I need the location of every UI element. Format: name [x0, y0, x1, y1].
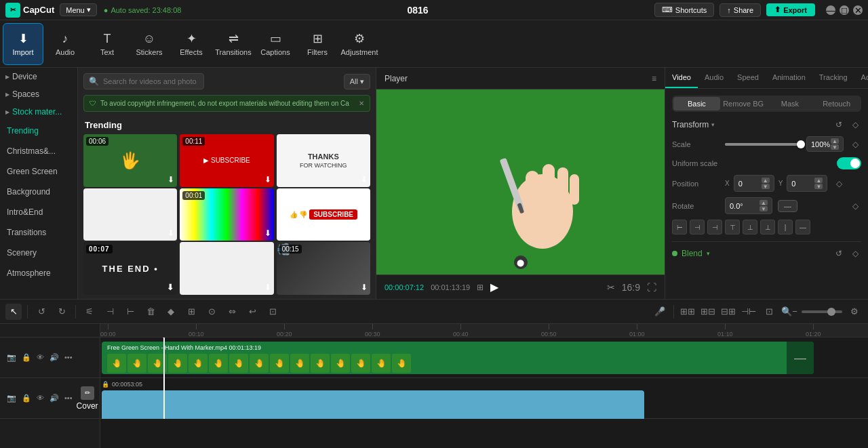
- menu-button[interactable]: Menu ▾: [60, 3, 97, 16]
- media-thumb-6[interactable]: 👍 👎 SUBSCRIBE ⬇: [277, 188, 370, 241]
- speed-tool[interactable]: ⊙: [203, 304, 220, 320]
- sidebar-item-green-screen[interactable]: Green Screen: [0, 161, 77, 182]
- pos-y-stepper[interactable]: ▲ ▼: [814, 178, 823, 189]
- adjustment-tool[interactable]: ⚙ Adjustment: [339, 23, 380, 65]
- track-camera-icon[interactable]: 📷: [5, 352, 18, 363]
- track2-eye-icon[interactable]: 👁: [35, 392, 45, 404]
- rotate-reset-button[interactable]: —: [778, 200, 797, 212]
- search-input[interactable]: [83, 73, 204, 89]
- rotate-down[interactable]: ▼: [760, 206, 768, 211]
- subtab-basic[interactable]: Basic: [673, 97, 720, 110]
- rotate-keyframe-icon[interactable]: ◇: [849, 200, 861, 212]
- crop-icon[interactable]: ✂: [607, 282, 615, 293]
- player-menu-icon[interactable]: ≡: [652, 74, 656, 83]
- media-thumb-2[interactable]: ▶ SUBSCRIBE 00:11 ⬇: [180, 134, 273, 187]
- trim-right-tool[interactable]: ⊢: [122, 304, 138, 320]
- pos-x-up[interactable]: ▲: [762, 178, 770, 183]
- rotate-tool[interactable]: ↩: [244, 304, 260, 320]
- rotate-up[interactable]: ▲: [760, 200, 768, 205]
- track2-camera-icon[interactable]: 📷: [5, 392, 18, 404]
- download-icon-8[interactable]: ⬇: [264, 283, 271, 292]
- minimize-button[interactable]: —: [826, 5, 835, 15]
- track-lock-icon[interactable]: 🔒: [20, 352, 33, 363]
- subtab-remove-bg[interactable]: Remove BG: [720, 97, 767, 110]
- rotate-input[interactable]: 0.0° ▲ ▼: [725, 197, 772, 214]
- fullscreen-icon[interactable]: ⛶: [647, 282, 656, 293]
- playhead[interactable]: [163, 338, 165, 419]
- tab-adj[interactable]: Adj: [854, 68, 868, 88]
- audio-tool[interactable]: ♪ Audio: [45, 23, 85, 65]
- trim-left-tool[interactable]: ⊣: [102, 304, 118, 320]
- position-y-input[interactable]: 0 ▲ ▼: [787, 175, 827, 192]
- blend-keyframe-icon[interactable]: ◇: [849, 247, 861, 260]
- tab-audio[interactable]: Audio: [698, 68, 730, 88]
- download-icon-4[interactable]: ⬇: [167, 228, 174, 238]
- rotate-stepper[interactable]: ▲ ▼: [760, 200, 768, 211]
- download-icon-1[interactable]: ⬇: [167, 175, 174, 184]
- scale-slider[interactable]: [725, 143, 801, 146]
- align-extra-2[interactable]: —: [795, 220, 810, 235]
- tab-animation[interactable]: Animation: [766, 68, 812, 88]
- captions-tool[interactable]: ▭ Captions: [255, 23, 296, 65]
- sidebar-item-spaces[interactable]: Spaces: [0, 85, 77, 103]
- filters-tool[interactable]: ⊞ Filters: [297, 23, 338, 65]
- download-icon-5[interactable]: ⬇: [264, 228, 271, 238]
- shortcuts-button[interactable]: ⌨ Shortcuts: [654, 3, 714, 17]
- subtab-retouch[interactable]: Retouch: [813, 97, 860, 110]
- scale-stepper[interactable]: ▲ ▼: [831, 138, 839, 150]
- download-icon-6[interactable]: ⬇: [361, 228, 368, 238]
- cover-label[interactable]: ✏ Cover: [77, 386, 98, 411]
- track-eye-icon[interactable]: 👁: [35, 352, 45, 363]
- play-button[interactable]: ▶: [490, 281, 498, 293]
- download-icon-9[interactable]: ⬇: [361, 283, 368, 292]
- redo-button[interactable]: ↻: [54, 304, 70, 320]
- undo-button[interactable]: ↺: [33, 304, 50, 320]
- mic-button[interactable]: 🎤: [652, 304, 668, 320]
- sidebar-item-atmosphere[interactable]: Atmosphere: [0, 263, 77, 283]
- media-thumb-9[interactable]: 💨 00:15 ⬇: [277, 242, 370, 295]
- tab-video[interactable]: Video: [665, 68, 698, 88]
- stickers-tool[interactable]: ☺ Stickers: [129, 23, 170, 65]
- track-options-2[interactable]: ⊞⊟: [700, 304, 716, 320]
- aspect-ratio-icon[interactable]: 16:9: [622, 282, 640, 293]
- track-options-3[interactable]: ⊟⊞: [720, 304, 736, 320]
- scale-up-button[interactable]: ▲: [831, 138, 839, 144]
- zoom-settings-icon[interactable]: ⚙: [846, 304, 863, 320]
- copyright-close-button[interactable]: ✕: [359, 100, 364, 107]
- align-bottom-button[interactable]: ⊥: [760, 220, 775, 235]
- subtab-mask[interactable]: Mask: [767, 97, 814, 110]
- crop-tl-tool[interactable]: ⊡: [264, 304, 281, 320]
- track2-lock-icon[interactable]: 🔒: [20, 392, 33, 404]
- download-icon-7[interactable]: ⬇: [167, 283, 174, 292]
- align-center-v-button[interactable]: ⊥: [743, 220, 757, 235]
- delete-tool[interactable]: 🗑: [142, 304, 159, 320]
- track-audio-icon[interactable]: 🔊: [48, 352, 60, 363]
- diamond-keyframe-icon[interactable]: ◇: [849, 119, 861, 131]
- text-tool[interactable]: T Text: [87, 23, 127, 65]
- align-extra-1[interactable]: |: [778, 220, 793, 235]
- pos-y-down[interactable]: ▼: [814, 184, 823, 189]
- download-icon-2[interactable]: ⬇: [264, 175, 271, 184]
- select-tool[interactable]: ↖: [5, 304, 22, 320]
- align-center-h-button[interactable]: ⊣: [690, 220, 705, 235]
- transitions-tool[interactable]: ⇌ Transitions: [213, 23, 254, 65]
- track2-audio-icon[interactable]: 🔊: [48, 392, 60, 404]
- media-thumb-3[interactable]: THANKSFOR WATCHING ⬇: [277, 134, 370, 187]
- separate-icon[interactable]: ⊡: [761, 304, 777, 320]
- align-left-button[interactable]: ⊢: [672, 220, 687, 235]
- pos-x-stepper[interactable]: ▲ ▼: [762, 178, 770, 189]
- align-top-button[interactable]: ⊤: [725, 220, 740, 235]
- sidebar-item-scenery[interactable]: Scenery: [0, 243, 77, 263]
- media-thumb-8[interactable]: ⬇: [180, 242, 273, 295]
- blend-reset-icon[interactable]: ↺: [833, 247, 845, 260]
- uniform-scale-toggle[interactable]: [837, 157, 861, 169]
- sidebar-item-background[interactable]: Background: [0, 182, 77, 202]
- blend-header[interactable]: Blend ▾ ↺ ◇: [672, 247, 861, 260]
- pos-y-up[interactable]: ▲: [814, 178, 823, 183]
- split-tool[interactable]: ⚟: [81, 304, 98, 320]
- cover-clip[interactable]: [102, 390, 644, 419]
- sidebar-item-christmas[interactable]: Christmas&...: [0, 141, 77, 161]
- maximize-button[interactable]: □: [840, 5, 849, 15]
- reset-icon[interactable]: ↺: [833, 119, 845, 131]
- scale-down-button[interactable]: ▼: [831, 144, 839, 150]
